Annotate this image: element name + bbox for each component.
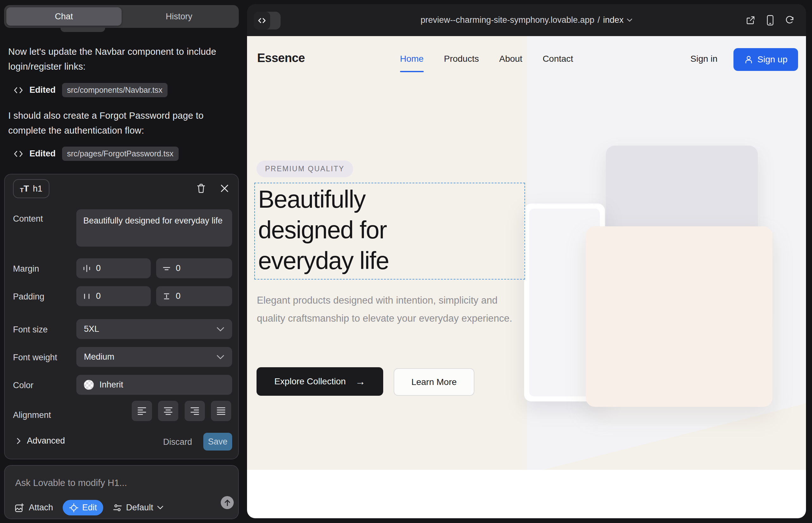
decor-shape-cream	[586, 227, 772, 407]
edit-target-icon	[69, 503, 78, 512]
nav-link-products[interactable]: Products	[444, 54, 479, 64]
chevron-down-icon	[216, 327, 225, 332]
align-left-button[interactable]	[132, 401, 152, 421]
hero-description: Elegant products designed with intention…	[257, 291, 513, 327]
margin-horizontal-icon	[83, 264, 91, 273]
chevron-right-icon	[16, 437, 21, 445]
advanced-toggle[interactable]: Advanced	[16, 436, 65, 446]
file-badge[interactable]: src/pages/ForgotPassword.tsx	[62, 147, 179, 161]
arrow-right-icon: →	[355, 376, 366, 387]
element-editor-panel: TT h1 Content Beautifully designed for e…	[4, 174, 239, 459]
mobile-view-button[interactable]	[766, 15, 774, 26]
nav-link-home[interactable]: Home	[400, 54, 424, 64]
preview-window: preview--charming-site-symphony.lovable.…	[247, 4, 806, 518]
file-badge[interactable]: src/components/Navbar.tsx	[62, 83, 168, 97]
site-canvas: Essence Home Products About Contact Sign…	[247, 36, 806, 518]
prompt-input[interactable]: Ask Lovable to modify H1...	[15, 478, 127, 488]
send-button[interactable]	[221, 496, 234, 509]
attach-image-icon	[14, 503, 24, 513]
font-weight-select[interactable]: Medium	[76, 347, 232, 367]
margin-vertical-icon	[162, 264, 171, 273]
chevron-down-icon	[627, 18, 632, 22]
refresh-icon	[785, 16, 795, 25]
close-editor-button[interactable]	[219, 183, 230, 194]
tag-name: h1	[33, 184, 42, 194]
hero-heading[interactable]: Beautifully designed for everyday life	[258, 184, 448, 276]
align-right-icon	[190, 407, 200, 415]
padding-vertical-icon	[162, 292, 171, 301]
chevron-down-icon	[157, 506, 163, 510]
url-page: index	[603, 15, 623, 25]
tab-history[interactable]: History	[122, 7, 237, 26]
align-justify-icon	[216, 407, 226, 415]
site-logo[interactable]: Essence	[257, 51, 305, 65]
code-icon	[14, 150, 23, 158]
padding-horizontal-icon	[83, 292, 91, 301]
prompt-composer[interactable]: Ask Lovable to modify H1... Attach Edit	[4, 465, 239, 519]
font-weight-label: Font weight	[13, 353, 57, 362]
edit-mode-button[interactable]: Edit	[63, 500, 104, 516]
scrolled-badge-partial	[60, 28, 105, 32]
chevron-down-icon	[216, 355, 225, 360]
code-icon	[14, 86, 23, 94]
content-label: Content	[13, 214, 43, 224]
color-swatch-checkered	[84, 380, 94, 390]
color-label: Color	[13, 381, 34, 390]
sign-in-link[interactable]: Sign in	[690, 54, 718, 64]
delete-element-button[interactable]	[195, 183, 207, 194]
nav-link-about[interactable]: About	[499, 54, 522, 64]
selected-h1-outline[interactable]: Beautifully designed for everyday life	[254, 183, 525, 279]
model-default-selector[interactable]: Default	[113, 503, 163, 512]
sign-up-button[interactable]: Sign up	[734, 48, 798, 71]
margin-y-input[interactable]: 0	[156, 258, 232, 278]
font-size-label: Font size	[13, 325, 48, 335]
edited-label: Edited	[30, 149, 56, 159]
nav-link-contact[interactable]: Contact	[543, 54, 573, 64]
open-external-button[interactable]	[746, 16, 755, 25]
align-right-button[interactable]	[184, 401, 205, 421]
align-center-button[interactable]	[158, 401, 178, 421]
edited-file-row[interactable]: Edited src/components/Navbar.tsx	[14, 83, 167, 97]
chat-message: I should also create a Forgot Password p…	[8, 108, 227, 138]
discard-button[interactable]: Discard	[163, 437, 192, 447]
external-link-icon	[746, 16, 755, 25]
align-justify-button[interactable]	[211, 401, 231, 421]
padding-y-input[interactable]: 0	[156, 286, 232, 306]
align-center-icon	[163, 407, 173, 415]
learn-more-button[interactable]: Learn More	[394, 368, 474, 396]
padding-label: Padding	[13, 292, 44, 302]
url-host: preview--charming-site-symphony.lovable.…	[421, 15, 595, 25]
premium-quality-badge: PREMIUM QUALITY	[257, 161, 353, 177]
sliders-icon	[113, 503, 122, 512]
padding-x-input[interactable]: 0	[76, 286, 151, 306]
edited-file-row[interactable]: Edited src/pages/ForgotPassword.tsx	[14, 147, 179, 161]
edited-label: Edited	[30, 85, 56, 95]
color-select[interactable]: Inherit	[76, 375, 232, 395]
content-input[interactable]: Beautifully designed for everyday life	[76, 209, 232, 247]
preview-topbar: preview--charming-site-symphony.lovable.…	[247, 4, 806, 36]
refresh-button[interactable]	[785, 16, 795, 25]
margin-x-input[interactable]: 0	[76, 258, 151, 278]
explore-collection-button[interactable]: Explore Collection →	[257, 367, 383, 396]
chat-history-tabs: Chat History	[4, 5, 239, 28]
url-bar[interactable]: preview--charming-site-symphony.lovable.…	[247, 4, 806, 36]
attach-button[interactable]: Attach	[14, 503, 53, 513]
url-separator: /	[598, 15, 600, 25]
user-icon	[744, 55, 753, 64]
site-nav: Home Products About Contact	[400, 54, 573, 64]
alignment-label: Alignment	[13, 410, 51, 420]
font-size-select[interactable]: 5XL	[76, 319, 232, 339]
margin-label: Margin	[13, 264, 39, 274]
selected-element-tag: TT h1	[13, 179, 49, 198]
text-type-icon: TT	[20, 184, 29, 193]
tab-chat[interactable]: Chat	[6, 7, 122, 26]
chat-message: Now let's update the Navbar component to…	[8, 44, 227, 74]
align-left-icon	[137, 407, 147, 415]
mobile-icon	[766, 15, 774, 26]
save-button[interactable]: Save	[203, 433, 232, 451]
arrow-up-icon	[224, 499, 231, 507]
